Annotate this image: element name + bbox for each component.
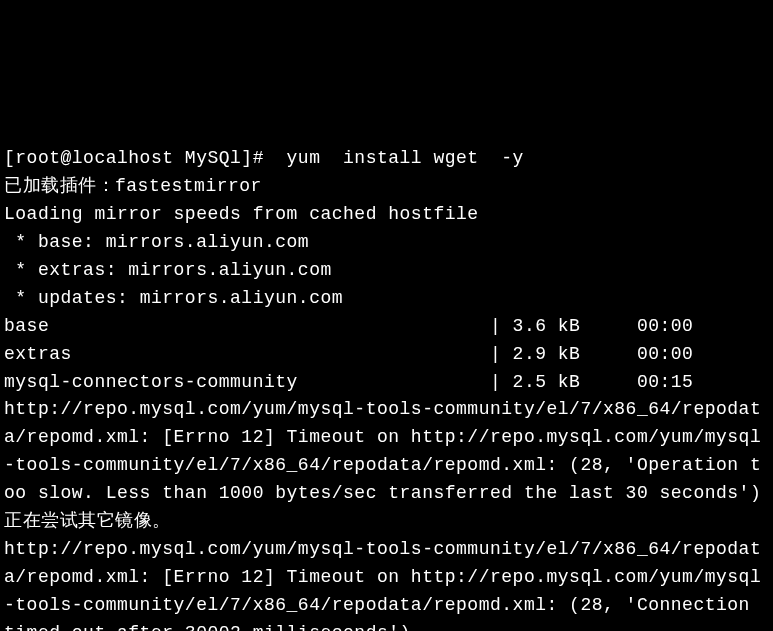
output-line: * updates: mirrors.aliyun.com <box>4 285 769 313</box>
output-line: * extras: mirrors.aliyun.com <box>4 257 769 285</box>
output-line: Loading mirror speeds from cached hostfi… <box>4 201 769 229</box>
terminal-output: [root@localhost MySQl]# yum install wget… <box>4 118 769 631</box>
output-line: base | 3.6 kB 00:00 <box>4 313 769 341</box>
output-line: extras | 2.9 kB 00:00 <box>4 341 769 369</box>
output-line: http://repo.mysql.com/yum/mysql-tools-co… <box>4 396 769 508</box>
command-prompt-line: [root@localhost MySQl]# yum install wget… <box>4 145 769 173</box>
output-line: 正在尝试其它镜像。 <box>4 508 769 536</box>
output-line: * base: mirrors.aliyun.com <box>4 229 769 257</box>
output-line: 已加载插件：fastestmirror <box>4 173 769 201</box>
output-line: mysql-connectors-community | 2.5 kB 00:1… <box>4 369 769 397</box>
output-line: http://repo.mysql.com/yum/mysql-tools-co… <box>4 536 769 631</box>
